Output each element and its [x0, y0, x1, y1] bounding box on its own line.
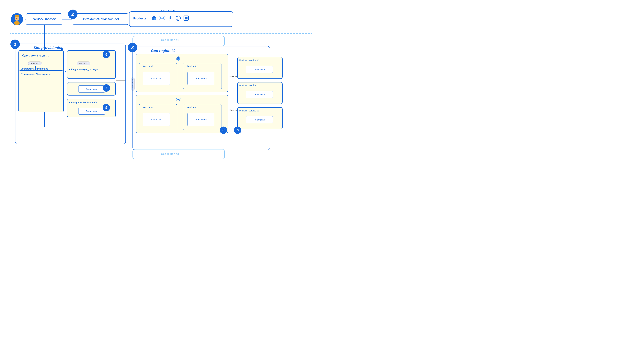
- svg-marker-23: [169, 16, 172, 20]
- uses-arrow-1: [228, 76, 234, 78]
- confluence-tenant-data-1-box: Tenant data: [143, 113, 170, 126]
- atlassian-icon: [183, 15, 189, 22]
- svg-rect-28: [185, 17, 188, 19]
- platform-service-3-label: Platform service #3: [239, 109, 260, 112]
- site-url-box: <site-name>.atlassian.net: [73, 13, 128, 25]
- compass-icon: [175, 15, 181, 22]
- jira-service-area: Service #1 Tenant data Service #2 Tenant…: [136, 54, 228, 92]
- badge-6a: 6: [220, 126, 227, 134]
- jira-tenant-data-2-box: Tenant data: [188, 72, 214, 85]
- jira-product-icon: [176, 56, 181, 62]
- statuspage-icon: [167, 15, 173, 22]
- platform-tenant-site-1-box: Tenant sIte: [246, 66, 273, 73]
- jira-tenant-data-1-box: Tenant data: [143, 72, 170, 85]
- confluence-service-2-box: Service #2 Tenant data: [183, 104, 222, 130]
- jira-service-1-box: Service #1 Tenant data: [139, 63, 177, 89]
- tenant-data-billing-box: Tenant data: [78, 85, 105, 92]
- new-customer-box: New customer: [26, 13, 62, 25]
- confluence-product-icon: [176, 97, 181, 103]
- confluence-icon: [159, 15, 165, 22]
- confluence-service-1-label: Service #1: [142, 106, 153, 109]
- platform-service-1-area: Platform service #1 Tenant sIte: [237, 57, 282, 79]
- badge-6b: 6: [234, 126, 241, 134]
- commerce-label: Commerce / Marketplace: [20, 67, 48, 70]
- new-customer-label: New customer: [32, 17, 56, 21]
- avatar: [11, 13, 23, 25]
- badge-2: 2: [68, 9, 78, 19]
- jira-icon: [151, 15, 157, 22]
- platform-tenant-site-3-box: Tenant site: [246, 116, 273, 123]
- commerce-cream-area: Commerce / Marketplace: [18, 70, 64, 112]
- badge-3: 3: [128, 43, 137, 52]
- site-container-label: Site container: [161, 9, 176, 12]
- platform-service-1-label: Platform service #1: [239, 59, 260, 62]
- diagram-container: New customer 2 <site-name>.atlassian.net…: [0, 0, 322, 181]
- geo-region-3-label: Geo region #3: [161, 152, 179, 156]
- svg-marker-35: [233, 77, 234, 78]
- identity-label: Identity / AuthN / Domain: [69, 101, 97, 104]
- confluence-tenant-data-2-box: Tenant data: [188, 113, 214, 126]
- badge-1: 1: [10, 39, 20, 49]
- products-label: Products: [133, 17, 146, 20]
- jira-service-2-box: Service #2 Tenant data: [183, 63, 222, 89]
- platform-service-3-area: Platform service #3 Tenant site: [237, 107, 282, 129]
- billing-label: Billing, Licensing, & Legal: [69, 68, 98, 71]
- commerce-label-2: Commerce / Marketplace: [21, 73, 50, 76]
- confluence-service-1-box: Service #1 Tenant data: [139, 104, 177, 130]
- uses-label-2: Uses →: [229, 109, 237, 112]
- badge-5: 5: [103, 104, 110, 111]
- platform-service-2-area: Platform service #2 Tenant site: [237, 82, 282, 104]
- dashed-separator: [10, 33, 312, 34]
- platform-tenant-site-2-box: Tenant site: [246, 91, 273, 98]
- platform-service-2-label: Platform service #2: [239, 84, 260, 87]
- tenant-id-pill-2: Tenant ID: [77, 61, 90, 65]
- tenant-id-pill-1: Tenant ID: [28, 61, 42, 65]
- jira-service-1-label: Service #1: [142, 65, 153, 68]
- confluence-service-2-label: Service #2: [187, 106, 198, 109]
- site-url-label: <site-name>.atlassian.net: [82, 17, 119, 21]
- svg-rect-29: [186, 16, 186, 17]
- site-provisioning-label: Site provisioning: [34, 45, 64, 50]
- badge-4: 4: [103, 51, 110, 58]
- badge-7: 7: [103, 84, 110, 92]
- svg-point-20: [14, 15, 19, 17]
- geo-region-2-label: Geo region #2: [151, 49, 176, 53]
- op-registry-label: Operational registry: [22, 54, 49, 57]
- jira-service-2-label: Service #2: [187, 65, 198, 68]
- geo-region-1-label: Geo region #1: [161, 38, 179, 41]
- confluence-service-area: Service #1 Tenant data Service #2 Tenant…: [136, 95, 228, 133]
- tenant-data-identity-box: Tenant data: [78, 108, 105, 115]
